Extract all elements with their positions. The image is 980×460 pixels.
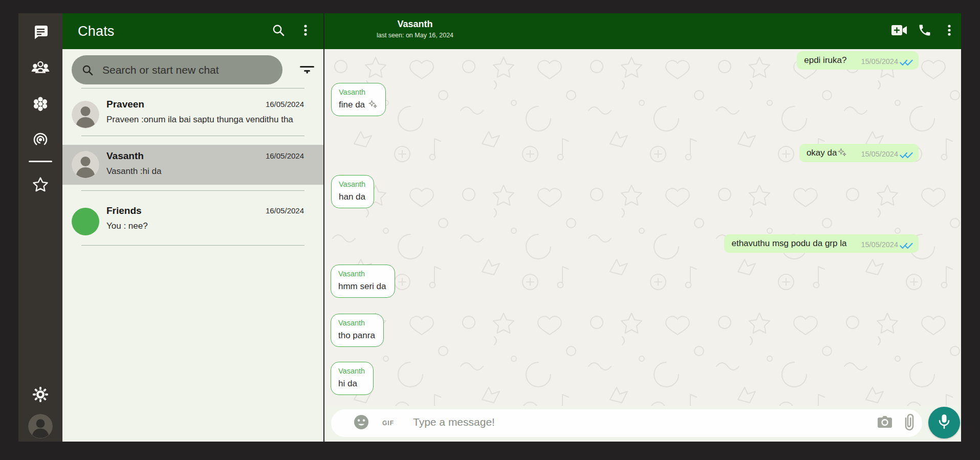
nav-chats-button[interactable] [30,23,51,43]
search-icon [271,23,286,40]
message-area: epdi iruka? 15/05/2024 Vasanth fine da o… [324,49,961,406]
sparkles-icon [838,148,846,157]
filter-button[interactable] [297,60,317,80]
conversation-menu-button[interactable] [940,22,959,40]
chat-name: Vasanth [106,150,144,162]
message-sender: Vasanth [338,319,375,327]
camera-icon [877,415,892,431]
chat-date: 16/05/2024 [266,100,304,108]
outgoing-message[interactable]: okay da 15/05/2024 [799,144,919,162]
nav-communities-button[interactable] [30,95,51,115]
star-icon [31,176,50,196]
gear-icon [32,386,49,405]
chat-preview: You : nee? [106,221,148,231]
chat-name: Friends [106,205,142,216]
contact-name: Vasanth [364,19,466,30]
person-photo-icon [72,101,99,128]
message-date: 15/05/2024 [861,150,898,158]
chat-avatar [72,151,99,179]
app-window: Chats [0,0,980,460]
message-text: okay da [807,148,847,158]
search-icon [81,63,94,77]
chat-list-item[interactable]: Vasanth Vasanth :hi da 16/05/2024 [62,145,323,185]
chat-preview: Praveen :onum ila bai saptu thunga vendi… [106,115,293,125]
message-input[interactable] [412,415,803,429]
message-text: hi da [338,379,365,389]
nav-rail [18,13,62,442]
outgoing-message[interactable]: epdi iruka? 15/05/2024 [797,51,919,70]
composer-pill: GIF [331,409,922,437]
chat-name: Praveen [106,99,144,110]
more-vert-icon [942,23,956,39]
chat-list-panel: Chats [62,13,323,442]
message-date: 15/05/2024 [861,57,898,65]
message-sender: Vasanth [339,88,377,96]
chat-avatar [72,101,99,128]
attach-button[interactable] [902,414,917,432]
list-divider [81,88,304,89]
chat-list-item[interactable]: Praveen Praveen :onum ila bai saptu thun… [62,93,323,136]
message-sender: Vasanth [338,270,386,278]
emoji-smiley-icon [353,414,369,432]
chat-bubble-icon [32,24,49,43]
list-divider [81,245,304,246]
nav-groups-button[interactable] [30,58,51,79]
incoming-message[interactable]: Vasanth tho panra [331,314,384,347]
nav-starred-button[interactable] [30,176,51,196]
message-text: tho panra [338,331,375,341]
groups-icon [31,60,50,77]
search-button[interactable] [269,22,288,40]
chat-avatar [72,208,99,235]
message-sender: Vasanth [338,367,365,375]
double-check-icon [900,151,913,159]
voice-record-button[interactable] [928,407,960,439]
person-silhouette-icon [28,414,53,439]
nav-status-button[interactable] [30,131,51,151]
chat-date: 16/05/2024 [266,206,304,215]
voice-call-button[interactable] [916,22,934,40]
list-divider [81,190,304,191]
page-title: Chats [78,24,115,39]
status-icon [32,132,49,151]
chat-list-item[interactable]: Friends You : nee? 16/05/2024 [62,200,323,244]
sparkles-icon [368,100,377,108]
rail-divider [29,161,52,162]
read-ticks-icon [900,58,913,68]
chat-list-header: Chats [62,13,323,49]
paperclip-icon [904,413,915,433]
incoming-message[interactable]: Vasanth fine da [331,83,386,116]
list-divider [81,136,304,136]
settings-button[interactable] [30,385,51,406]
profile-avatar[interactable] [28,414,53,439]
search-bar[interactable] [72,55,282,84]
message-sender: Vasanth [339,180,365,188]
camera-button[interactable] [876,415,894,431]
gif-button[interactable]: GIF [382,420,394,427]
emoji-button[interactable] [353,414,370,432]
double-check-icon [900,242,913,249]
incoming-message[interactable]: Vasanth hi da [331,362,374,395]
phone-icon [918,23,932,39]
message-text: fine da [339,100,377,110]
message-text: epdi iruka? [804,55,846,65]
chat-date: 16/05/2024 [266,151,304,160]
conversation-panel: Vasanth last seen: on May 16, 2024 [324,13,961,442]
message-text: han da [339,192,365,202]
person-photo-icon [72,151,99,179]
doodle-wallpaper [324,49,961,406]
read-ticks-icon [900,242,913,251]
message-text: ethavuthu msg podu da grp la [731,238,846,249]
conversation-title-block[interactable]: Vasanth last seen: on May 16, 2024 [364,19,466,39]
double-check-icon [900,58,913,66]
incoming-message[interactable]: Vasanth hmm seri da [331,265,395,298]
search-input[interactable] [101,63,272,77]
chat-list-menu-button[interactable] [296,22,315,40]
incoming-message[interactable]: Vasanth han da [331,175,374,208]
composer-bar: GIF [324,406,961,442]
outgoing-message[interactable]: ethavuthu msg podu da grp la 15/05/2024 [724,234,919,253]
video-call-button[interactable] [890,22,909,40]
community-icon [32,95,49,115]
conversation-header: Vasanth last seen: on May 16, 2024 [324,13,961,49]
video-call-icon [891,24,908,39]
more-vert-icon [298,23,313,39]
